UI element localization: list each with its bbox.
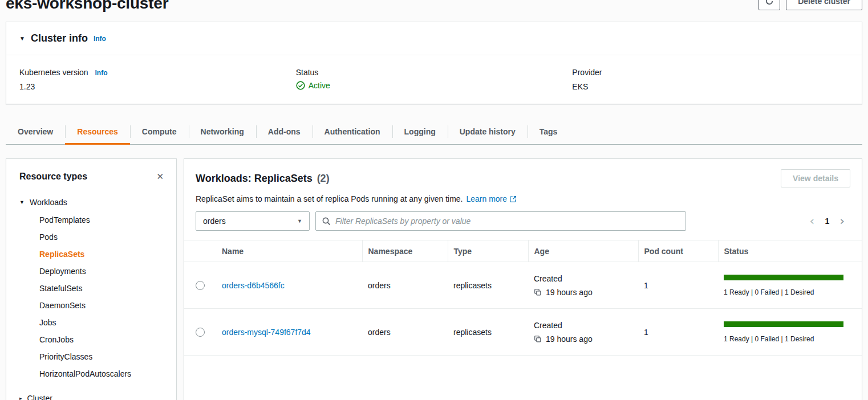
tab-networking[interactable]: Networking xyxy=(189,119,256,144)
replicasets-table-wrap: Name Namespace Type Age Pod count Status… xyxy=(184,240,862,356)
chevron-down-icon: ▼ xyxy=(297,218,302,224)
sidebar-item-pods[interactable]: Pods xyxy=(6,228,176,246)
search-input[interactable] xyxy=(335,217,680,226)
table-header-namespace[interactable]: Namespace xyxy=(362,240,448,262)
external-link-icon xyxy=(509,195,517,203)
replicasets-title-wrap: Workloads: ReplicaSets (2) xyxy=(196,173,330,185)
replicasets-table: Name Namespace Type Age Pod count Status… xyxy=(184,240,862,356)
table-header-name[interactable]: Name xyxy=(216,240,362,262)
table-row: orders-d6b4566fc orders replicasets Crea… xyxy=(184,262,862,309)
sidebar-item-priorityclasses[interactable]: PriorityClasses xyxy=(6,348,176,365)
kubernetes-version-value: 1.23 xyxy=(19,82,296,91)
status-summary-text: 1 Ready | 0 Failed | 1 Desired xyxy=(724,288,856,296)
delete-cluster-button[interactable]: Delete cluster xyxy=(786,0,862,10)
copy-icon[interactable] xyxy=(534,335,542,343)
caret-down-icon[interactable]: ▼ xyxy=(19,35,25,42)
tab-overview[interactable]: Overview xyxy=(6,119,65,144)
close-icon[interactable]: ✕ xyxy=(155,170,165,183)
page-title: eks-workshop-cluster xyxy=(6,0,168,13)
replicaset-namespace: orders xyxy=(362,262,448,309)
row-select-radio[interactable] xyxy=(196,328,205,337)
sidebar-item-podtemplates[interactable]: PodTemplates xyxy=(6,211,176,228)
sidebar-item-cronjobs[interactable]: CronJobs xyxy=(6,331,176,348)
tab-authentication[interactable]: Authentication xyxy=(313,119,392,144)
tab-resources[interactable]: Resources xyxy=(65,119,130,144)
sidebar-group-workloads[interactable]: ▼ Workloads xyxy=(6,193,176,211)
replicaset-type: replicasets xyxy=(448,262,528,309)
replicasets-count: (2) xyxy=(317,173,330,184)
replicaset-type: replicasets xyxy=(448,309,528,356)
replicaset-name-link[interactable]: orders-mysql-749f67f7d4 xyxy=(222,328,311,337)
copy-icon[interactable] xyxy=(534,288,542,296)
table-header-age[interactable]: Age xyxy=(528,240,638,262)
sidebar-item-statefulsets[interactable]: StatefulSets xyxy=(6,280,176,297)
resources-content: Resource types ✕ ▼ Workloads PodTemplate… xyxy=(6,158,862,400)
status-label: Status xyxy=(296,68,319,77)
tab-update-history[interactable]: Update history xyxy=(448,119,528,144)
provider-value: EKS xyxy=(572,82,849,91)
kubernetes-version-label: Kubernetes version xyxy=(19,68,88,77)
sidebar-item-daemonsets[interactable]: DaemonSets xyxy=(6,297,176,314)
pagination: ‹ 1 › xyxy=(810,215,850,227)
tab-add-ons[interactable]: Add-ons xyxy=(256,119,313,144)
kubernetes-version-info-link[interactable]: Info xyxy=(95,69,108,77)
table-header-pod-count[interactable]: Pod count xyxy=(638,240,718,262)
page-header: eks-workshop-cluster Delete cluster xyxy=(6,0,862,13)
age-relative-text: 19 hours ago xyxy=(546,334,593,344)
learn-more-label: Learn more xyxy=(466,194,507,203)
sidebar-item-horizontalpodautoscalers[interactable]: HorizontalPodAutoscalers xyxy=(6,365,176,382)
cluster-info-info-link[interactable]: Info xyxy=(94,35,106,43)
sidebar-item-jobs[interactable]: Jobs xyxy=(6,314,176,331)
view-details-button[interactable]: View details xyxy=(781,169,850,187)
sidebar-group-cluster-label: Cluster xyxy=(27,394,52,400)
replicaset-namespace: orders xyxy=(362,309,448,356)
resource-types-title: Resource types xyxy=(19,172,87,182)
refresh-button[interactable] xyxy=(759,0,780,10)
replicasets-description-row: ReplicaSet aims to maintain a set of rep… xyxy=(196,194,850,203)
row-select-radio[interactable] xyxy=(196,281,205,290)
sidebar-item-deployments[interactable]: Deployments xyxy=(6,263,176,280)
table-header-row: Name Namespace Type Age Pod count Status xyxy=(184,240,862,262)
cluster-info-body: Kubernetes version Info 1.23 Status Acti… xyxy=(6,55,862,104)
namespace-filter-dropdown[interactable]: orders ▼ xyxy=(196,211,310,231)
refresh-icon xyxy=(765,0,774,6)
learn-more-link[interactable]: Learn more xyxy=(466,194,517,203)
replicaset-name-link[interactable]: orders-d6b4566fc xyxy=(222,281,285,290)
pagination-current-page[interactable]: 1 xyxy=(825,217,829,226)
age-created-label: Created xyxy=(534,321,632,330)
age-relative-text: 19 hours ago xyxy=(546,288,593,297)
resource-types-list: ▼ Workloads PodTemplates Pods ReplicaSet… xyxy=(6,186,176,400)
replicaset-age: Created 19 hours ago xyxy=(528,309,638,356)
resource-types-header: Resource types ✕ xyxy=(6,159,176,186)
table-header-status[interactable]: Status xyxy=(718,240,862,262)
eks-cluster-page: eks-workshop-cluster Delete cluster ▼ Cl… xyxy=(0,0,868,400)
replicaset-age: Created 19 hours ago xyxy=(528,262,638,309)
filter-controls: orders ▼ ‹ 1 › xyxy=(196,211,850,231)
age-created-label: Created xyxy=(534,274,632,283)
pagination-prev-icon[interactable]: ‹ xyxy=(810,215,815,227)
provider-field: Provider EKS xyxy=(572,68,849,91)
replicaset-pod-count: 1 xyxy=(638,262,718,309)
replicaset-status: 1 Ready | 0 Failed | 1 Desired xyxy=(718,262,862,309)
pagination-next-icon[interactable]: › xyxy=(839,215,845,227)
search-box xyxy=(315,211,686,231)
table-header-type[interactable]: Type xyxy=(448,240,528,262)
tab-compute[interactable]: Compute xyxy=(130,119,189,144)
cluster-tabs: Overview Resources Compute Networking Ad… xyxy=(6,119,862,145)
header-actions: Delete cluster xyxy=(759,0,862,10)
caret-down-icon: ▼ xyxy=(19,199,25,205)
tab-logging[interactable]: Logging xyxy=(392,119,448,144)
namespace-filter-value: orders xyxy=(203,217,226,226)
tab-tags[interactable]: Tags xyxy=(528,119,570,144)
status-value: Active xyxy=(296,81,573,90)
replicasets-title-row: Workloads: ReplicaSets (2) View details xyxy=(196,169,850,187)
search-icon xyxy=(322,217,331,226)
table-row: orders-mysql-749f67f7d4 orders replicase… xyxy=(184,309,862,356)
sidebar-group-cluster[interactable]: ▸ Cluster xyxy=(6,389,176,400)
cluster-info-card: ▼ Cluster info Info Kubernetes version I… xyxy=(6,22,862,104)
status-summary-text: 1 Ready | 0 Failed | 1 Desired xyxy=(724,335,856,343)
replicasets-panel: Workloads: ReplicaSets (2) View details … xyxy=(184,158,862,400)
cluster-info-title: Cluster info xyxy=(31,32,88,44)
cluster-info-header[interactable]: ▼ Cluster info Info xyxy=(6,22,862,55)
sidebar-item-replicasets[interactable]: ReplicaSets xyxy=(6,246,176,263)
